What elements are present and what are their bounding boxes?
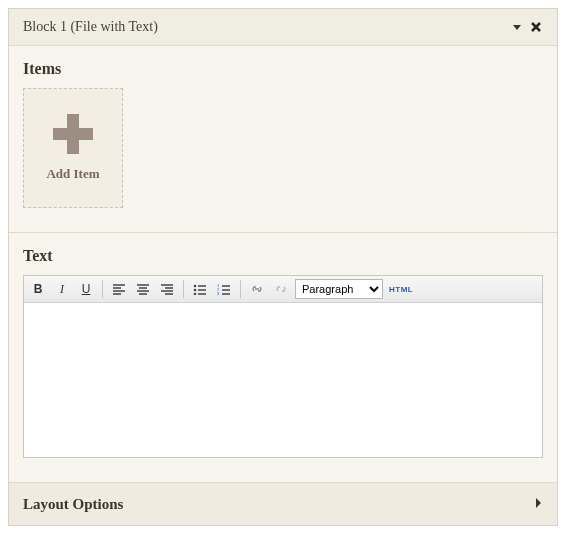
toolbar-separator [102, 280, 103, 298]
plus-icon [53, 114, 93, 154]
italic-button[interactable]: I [52, 279, 72, 299]
add-item-label: Add Item [46, 166, 99, 182]
align-left-button[interactable] [109, 279, 129, 299]
numbered-list-button[interactable]: 123 [214, 279, 234, 299]
items-heading: Items [23, 60, 543, 78]
editor-textarea[interactable] [24, 303, 542, 453]
svg-text:3: 3 [217, 291, 220, 295]
toolbar-separator [240, 280, 241, 298]
toolbar-separator [183, 280, 184, 298]
format-select[interactable]: Paragraph [295, 279, 383, 299]
svg-marker-0 [513, 25, 521, 30]
chevron-right-icon [533, 495, 543, 513]
svg-point-17 [194, 289, 197, 292]
block-header: Block 1 (File with Text) [9, 9, 557, 46]
link-button[interactable] [247, 279, 267, 299]
items-section: Items Add Item [9, 46, 557, 233]
text-heading: Text [23, 247, 543, 265]
layout-options-title: Layout Options [23, 496, 123, 513]
editor-toolbar: B I U 123 [24, 276, 542, 303]
block-header-controls [511, 20, 543, 34]
collapse-icon[interactable] [511, 21, 523, 33]
svg-marker-27 [536, 498, 541, 508]
align-right-button[interactable] [157, 279, 177, 299]
unlink-button[interactable] [271, 279, 291, 299]
text-editor: B I U 123 [23, 275, 543, 458]
layout-options-header[interactable]: Layout Options [9, 483, 557, 525]
add-item-button[interactable]: Add Item [23, 88, 123, 208]
align-center-button[interactable] [133, 279, 153, 299]
html-source-button[interactable]: HTML [387, 285, 415, 294]
text-section: Text B I U [9, 233, 557, 483]
block-title: Block 1 (File with Text) [23, 19, 158, 35]
svg-point-19 [194, 293, 197, 295]
bold-button[interactable]: B [28, 279, 48, 299]
underline-button[interactable]: U [76, 279, 96, 299]
svg-point-15 [194, 285, 197, 288]
bullet-list-button[interactable] [190, 279, 210, 299]
close-icon[interactable] [529, 20, 543, 34]
block-panel: Block 1 (File with Text) Items Add Item … [8, 8, 558, 526]
